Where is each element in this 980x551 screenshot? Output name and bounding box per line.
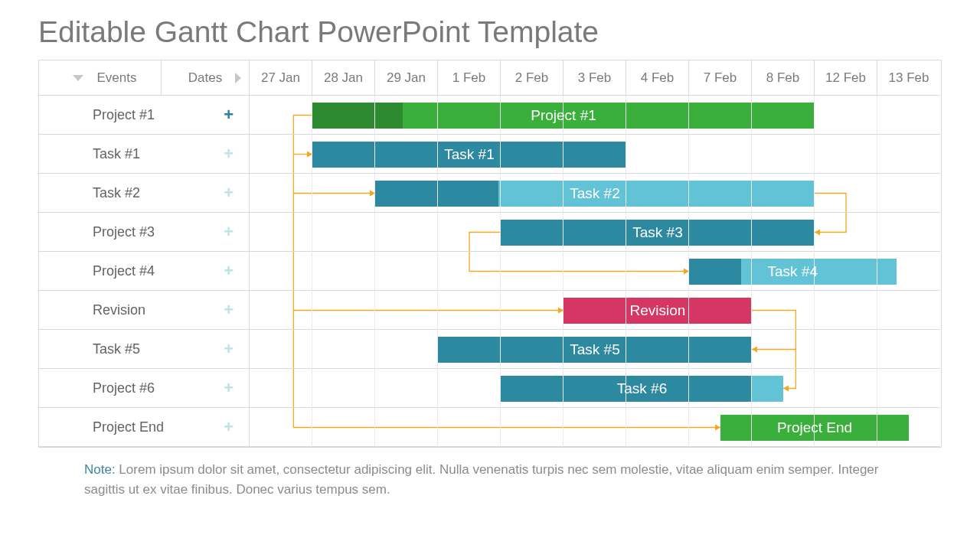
header-dates-label: Dates bbox=[188, 70, 222, 86]
row-label: Task #1 bbox=[39, 146, 249, 162]
gantt-row: Project #4+ bbox=[39, 252, 941, 291]
chevron-down-icon bbox=[73, 75, 83, 81]
grid-cell bbox=[815, 135, 877, 174]
expand-icon[interactable]: + bbox=[224, 184, 234, 201]
gantt-row: Project End+ bbox=[39, 408, 941, 447]
expand-icon[interactable]: + bbox=[224, 419, 234, 435]
row-label: Project #1 bbox=[39, 107, 249, 123]
grid-cell bbox=[626, 174, 689, 213]
grid-cell bbox=[877, 330, 940, 369]
grid-cell bbox=[815, 174, 877, 213]
grid-cell bbox=[689, 291, 752, 330]
row-label: Project #3 bbox=[39, 224, 249, 240]
gantt-header: Events Dates 27 Jan28 Jan29 Jan1 Feb2 Fe… bbox=[39, 60, 941, 96]
note-text: Lorem ipsum dolor sit amet, consectetur … bbox=[84, 462, 879, 497]
header-date-cell: 1 Feb bbox=[438, 60, 501, 96]
grid-cell bbox=[877, 369, 940, 408]
row-grid bbox=[250, 174, 941, 213]
grid-cell bbox=[689, 408, 752, 447]
grid-cell bbox=[250, 408, 312, 447]
row-label-cell: Project #1+ bbox=[39, 96, 250, 135]
row-grid bbox=[250, 135, 941, 174]
expand-icon[interactable]: + bbox=[224, 223, 234, 240]
grid-cell bbox=[375, 213, 438, 252]
grid-cell bbox=[689, 135, 752, 174]
grid-cell bbox=[689, 330, 752, 369]
grid-cell bbox=[877, 213, 940, 252]
grid-cell bbox=[877, 96, 940, 135]
grid-cell bbox=[375, 330, 438, 369]
expand-icon[interactable]: + bbox=[224, 262, 234, 279]
grid-cell bbox=[689, 369, 752, 408]
grid-cell bbox=[689, 96, 752, 135]
grid-cell bbox=[877, 135, 940, 174]
header-date-cell: 2 Feb bbox=[501, 60, 564, 96]
header-events-label: Events bbox=[97, 70, 137, 86]
grid-cell bbox=[626, 408, 689, 447]
grid-cell bbox=[689, 174, 752, 213]
grid-cell bbox=[501, 291, 564, 330]
gantt-row: Project #6+ bbox=[39, 369, 941, 408]
grid-cell bbox=[375, 96, 438, 135]
grid-cell bbox=[752, 408, 815, 447]
row-grid bbox=[250, 369, 941, 408]
grid-cell bbox=[815, 291, 877, 330]
row-label: Project End bbox=[39, 419, 249, 435]
grid-cell bbox=[626, 369, 689, 408]
grid-cell bbox=[564, 174, 626, 213]
grid-cell bbox=[501, 96, 564, 135]
header-date-cell: 7 Feb bbox=[689, 60, 752, 96]
grid-cell bbox=[626, 252, 689, 291]
note-label: Note: bbox=[84, 462, 116, 477]
grid-cell bbox=[312, 291, 375, 330]
row-label: Project #6 bbox=[39, 380, 249, 396]
grid-cell bbox=[312, 252, 375, 291]
grid-cell bbox=[250, 291, 312, 330]
grid-cell bbox=[877, 408, 940, 447]
header-date-cell: 28 Jan bbox=[312, 60, 375, 96]
row-label-cell: Project #6+ bbox=[39, 369, 250, 408]
expand-icon[interactable]: + bbox=[224, 341, 234, 357]
grid-cell bbox=[438, 408, 501, 447]
grid-cell bbox=[564, 135, 626, 174]
grid-cell bbox=[752, 291, 815, 330]
grid-cell bbox=[375, 369, 438, 408]
header-date-cell: 4 Feb bbox=[626, 60, 689, 96]
grid-cell bbox=[438, 330, 501, 369]
gantt-row: Project #1+ bbox=[39, 96, 941, 135]
grid-cell bbox=[312, 408, 375, 447]
grid-cell bbox=[752, 96, 815, 135]
grid-cell bbox=[501, 174, 564, 213]
header-date-cell: 29 Jan bbox=[375, 60, 438, 96]
expand-icon[interactable]: + bbox=[224, 302, 234, 318]
grid-cell bbox=[564, 408, 626, 447]
row-label-cell: Revision+ bbox=[39, 291, 250, 330]
grid-cell bbox=[877, 174, 940, 213]
grid-cell bbox=[689, 213, 752, 252]
expand-icon[interactable]: + bbox=[224, 380, 234, 396]
grid-cell bbox=[564, 369, 626, 408]
grid-cell bbox=[375, 135, 438, 174]
grid-cell bbox=[250, 330, 312, 369]
row-label: Task #2 bbox=[39, 185, 249, 201]
grid-cell bbox=[438, 252, 501, 291]
chevron-right-icon bbox=[235, 73, 241, 83]
grid-cell bbox=[375, 252, 438, 291]
grid-cell bbox=[752, 369, 815, 408]
grid-cell bbox=[752, 252, 815, 291]
row-label: Revision bbox=[39, 302, 249, 318]
expand-icon[interactable]: + bbox=[224, 106, 234, 123]
grid-cell bbox=[564, 252, 626, 291]
grid-cell bbox=[501, 135, 564, 174]
grid-cell bbox=[815, 252, 877, 291]
row-label-cell: Task #2+ bbox=[39, 174, 250, 213]
row-label-cell: Task #1+ bbox=[39, 135, 250, 174]
row-label: Task #5 bbox=[39, 341, 249, 357]
gantt-row: Task #2+ bbox=[39, 174, 941, 213]
grid-cell bbox=[438, 174, 501, 213]
grid-cell bbox=[626, 330, 689, 369]
expand-icon[interactable]: + bbox=[224, 145, 234, 162]
row-grid bbox=[250, 96, 941, 135]
gantt-row: Task #5+ bbox=[39, 330, 941, 369]
grid-cell bbox=[815, 96, 877, 135]
